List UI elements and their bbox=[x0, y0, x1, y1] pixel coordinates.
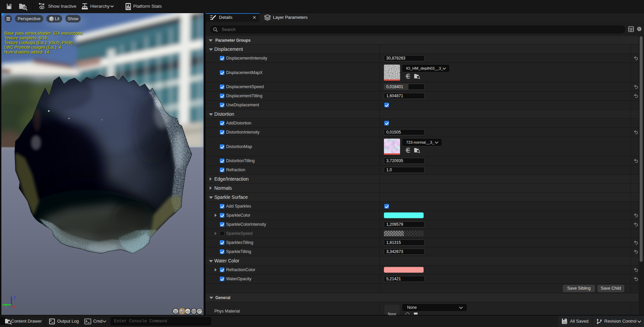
svg-text:Y: Y bbox=[5, 303, 7, 308]
svg-text:X: X bbox=[13, 305, 16, 310]
svg-text:Z: Z bbox=[13, 295, 16, 300]
